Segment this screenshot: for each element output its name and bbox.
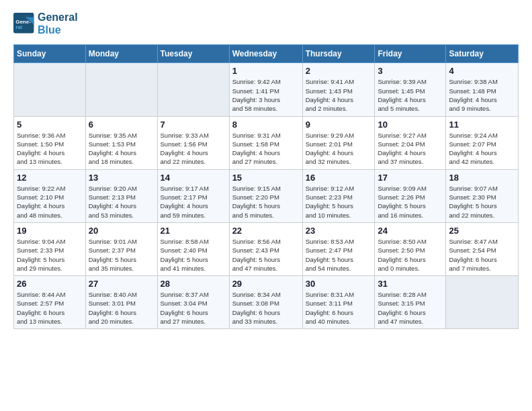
day-number: 17 [378,173,443,183]
calendar-cell [157,63,229,116]
calendar-cell: 23Sunrise: 8:53 AMSunset: 2:47 PMDayligh… [302,222,375,275]
weekday-header-thursday: Thursday [302,45,375,63]
day-number: 15 [232,173,300,183]
logo-text-line1: General [38,11,78,24]
day-number: 2 [306,66,372,76]
calendar-week-5: 26Sunrise: 8:44 AMSunset: 2:57 PMDayligh… [14,276,519,329]
calendar-cell: 1Sunrise: 9:42 AMSunset: 1:41 PMDaylight… [229,63,302,116]
calendar-cell: 24Sunrise: 8:50 AMSunset: 2:50 PMDayligh… [375,222,446,275]
day-info: Sunrise: 8:34 AMSunset: 3:08 PMDaylight:… [232,290,300,326]
day-info: Sunrise: 8:56 AMSunset: 2:43 PMDaylight:… [232,237,300,273]
calendar-cell: 19Sunrise: 9:04 AMSunset: 2:33 PMDayligh… [14,222,86,275]
calendar-cell: 3Sunrise: 9:39 AMSunset: 1:45 PMDaylight… [375,63,446,116]
calendar-cell: 18Sunrise: 9:07 AMSunset: 2:30 PMDayligh… [446,169,519,222]
calendar-cell: 21Sunrise: 8:58 AMSunset: 2:40 PMDayligh… [157,222,229,275]
calendar-cell: 6Sunrise: 9:35 AMSunset: 1:53 PMDaylight… [85,116,157,169]
day-info: Sunrise: 9:39 AMSunset: 1:45 PMDaylight:… [378,77,443,113]
calendar-cell: 14Sunrise: 9:17 AMSunset: 2:17 PMDayligh… [157,169,229,222]
day-info: Sunrise: 9:15 AMSunset: 2:20 PMDaylight:… [232,184,300,220]
calendar-cell: 5Sunrise: 9:36 AMSunset: 1:50 PMDaylight… [14,116,86,169]
day-info: Sunrise: 8:37 AMSunset: 3:04 PMDaylight:… [161,290,226,326]
day-number: 4 [449,66,515,76]
day-info: Sunrise: 8:53 AMSunset: 2:47 PMDaylight:… [306,237,372,273]
day-number: 29 [232,279,300,289]
calendar-cell: 27Sunrise: 8:40 AMSunset: 3:01 PMDayligh… [85,276,157,329]
day-number: 18 [449,173,515,183]
logo: Gene- ral General Blue [13,11,78,36]
calendar-cell: 22Sunrise: 8:56 AMSunset: 2:43 PMDayligh… [229,222,302,275]
day-info: Sunrise: 8:40 AMSunset: 3:01 PMDaylight:… [89,290,154,326]
day-info: Sunrise: 8:47 AMSunset: 2:54 PMDaylight:… [449,237,515,273]
day-info: Sunrise: 9:07 AMSunset: 2:30 PMDaylight:… [449,184,515,220]
day-info: Sunrise: 9:01 AMSunset: 2:37 PMDaylight:… [89,237,154,273]
calendar-cell: 2Sunrise: 9:41 AMSunset: 1:43 PMDaylight… [302,63,375,116]
calendar-cell: 9Sunrise: 9:29 AMSunset: 2:01 PMDaylight… [302,116,375,169]
day-number: 22 [232,226,300,236]
day-number: 19 [17,226,83,236]
day-number: 31 [378,279,443,289]
calendar-cell: 12Sunrise: 9:22 AMSunset: 2:10 PMDayligh… [14,169,86,222]
day-info: Sunrise: 8:58 AMSunset: 2:40 PMDaylight:… [161,237,226,273]
calendar-cell: 25Sunrise: 8:47 AMSunset: 2:54 PMDayligh… [446,222,519,275]
day-info: Sunrise: 9:12 AMSunset: 2:23 PMDaylight:… [306,184,372,220]
weekday-header-monday: Monday [85,45,157,63]
day-info: Sunrise: 9:36 AMSunset: 1:50 PMDaylight:… [17,131,83,167]
calendar-cell [85,63,157,116]
day-number: 9 [306,120,372,130]
day-number: 26 [17,279,83,289]
page: Gene- ral General Blue SundayMondayTuesd… [0,0,532,340]
calendar-cell: 11Sunrise: 9:24 AMSunset: 2:07 PMDayligh… [446,116,519,169]
calendar-week-2: 5Sunrise: 9:36 AMSunset: 1:50 PMDaylight… [14,116,519,169]
day-info: Sunrise: 9:20 AMSunset: 2:13 PMDaylight:… [89,184,154,220]
day-number: 23 [306,226,372,236]
day-number: 16 [306,173,372,183]
day-number: 8 [232,120,300,130]
day-info: Sunrise: 9:22 AMSunset: 2:10 PMDaylight:… [17,184,83,220]
day-info: Sunrise: 9:41 AMSunset: 1:43 PMDaylight:… [306,77,372,113]
day-info: Sunrise: 9:38 AMSunset: 1:48 PMDaylight:… [449,77,515,113]
day-info: Sunrise: 8:31 AMSunset: 3:11 PMDaylight:… [306,290,372,326]
day-info: Sunrise: 9:09 AMSunset: 2:26 PMDaylight:… [378,184,443,220]
calendar-cell [446,276,519,329]
day-number: 11 [449,120,515,130]
calendar-cell: 15Sunrise: 9:15 AMSunset: 2:20 PMDayligh… [229,169,302,222]
day-info: Sunrise: 9:31 AMSunset: 1:58 PMDaylight:… [232,131,300,167]
day-info: Sunrise: 9:42 AMSunset: 1:41 PMDaylight:… [232,77,300,113]
day-info: Sunrise: 9:27 AMSunset: 2:04 PMDaylight:… [378,131,443,167]
day-number: 20 [89,226,154,236]
calendar-cell: 29Sunrise: 8:34 AMSunset: 3:08 PMDayligh… [229,276,302,329]
day-number: 14 [161,173,226,183]
day-number: 3 [378,66,443,76]
calendar-cell: 30Sunrise: 8:31 AMSunset: 3:11 PMDayligh… [302,276,375,329]
day-number: 6 [89,120,154,130]
day-info: Sunrise: 9:24 AMSunset: 2:07 PMDaylight:… [449,131,515,167]
day-info: Sunrise: 8:28 AMSunset: 3:15 PMDaylight:… [378,290,443,326]
calendar-cell: 26Sunrise: 8:44 AMSunset: 2:57 PMDayligh… [14,276,86,329]
day-number: 1 [232,66,300,76]
calendar-cell: 7Sunrise: 9:33 AMSunset: 1:56 PMDaylight… [157,116,229,169]
calendar-cell: 13Sunrise: 9:20 AMSunset: 2:13 PMDayligh… [85,169,157,222]
day-number: 7 [161,120,226,130]
day-info: Sunrise: 8:50 AMSunset: 2:50 PMDaylight:… [378,237,443,273]
day-number: 13 [89,173,154,183]
weekday-header-saturday: Saturday [446,45,519,63]
logo-icon: Gene- ral [13,13,35,34]
calendar-table: SundayMondayTuesdayWednesdayThursdayFrid… [13,44,519,329]
weekday-header-sunday: Sunday [14,45,86,63]
calendar-cell [14,63,86,116]
day-number: 30 [306,279,372,289]
weekday-header-friday: Friday [375,45,446,63]
day-info: Sunrise: 9:35 AMSunset: 1:53 PMDaylight:… [89,131,154,167]
day-info: Sunrise: 9:29 AMSunset: 2:01 PMDaylight:… [306,131,372,167]
calendar-cell: 10Sunrise: 9:27 AMSunset: 2:04 PMDayligh… [375,116,446,169]
calendar-cell: 4Sunrise: 9:38 AMSunset: 1:48 PMDaylight… [446,63,519,116]
day-number: 5 [17,120,83,130]
day-number: 27 [89,279,154,289]
calendar-week-3: 12Sunrise: 9:22 AMSunset: 2:10 PMDayligh… [14,169,519,222]
weekday-header-row: SundayMondayTuesdayWednesdayThursdayFrid… [14,45,519,63]
logo-text-line2: Blue [38,24,78,36]
weekday-header-wednesday: Wednesday [229,45,302,63]
calendar-cell: 28Sunrise: 8:37 AMSunset: 3:04 PMDayligh… [157,276,229,329]
calendar-cell: 17Sunrise: 9:09 AMSunset: 2:26 PMDayligh… [375,169,446,222]
calendar-cell: 20Sunrise: 9:01 AMSunset: 2:37 PMDayligh… [85,222,157,275]
